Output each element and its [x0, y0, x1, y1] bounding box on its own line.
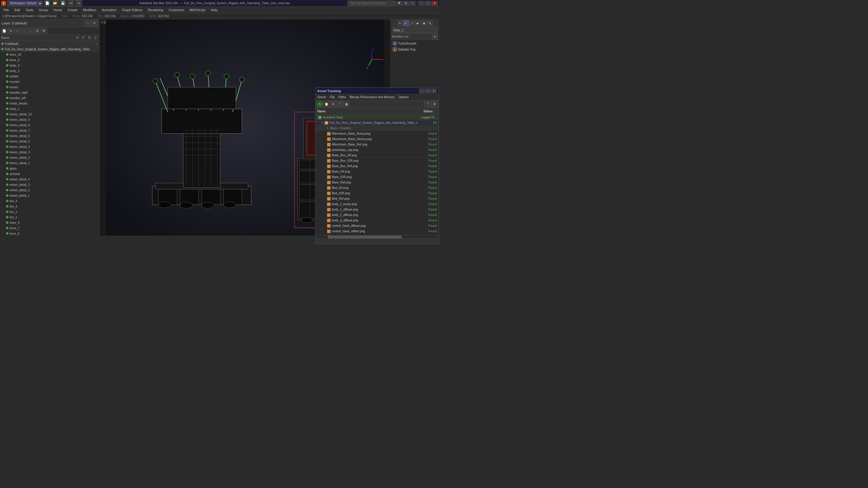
layer-item[interactable]: handles_right — [0, 90, 99, 95]
menu-help[interactable]: Help — [208, 7, 220, 13]
at-row[interactable]: body_1_bump.pngFound — [315, 201, 438, 207]
at-menu-file[interactable]: File — [329, 96, 335, 99]
layer-visibility-dot[interactable] — [6, 162, 8, 164]
menu-modifiers[interactable]: Modifiers — [81, 7, 99, 13]
layer-visibility-dot[interactable] — [6, 173, 8, 175]
at-track-btn[interactable]: 📋 — [323, 101, 330, 107]
modifier-dropdown-btn[interactable]: ▼ — [432, 34, 438, 39]
layer-visibility-dot[interactable] — [6, 194, 8, 197]
layer-visibility-dot[interactable] — [6, 91, 8, 94]
layer-item[interactable]: lever_6 — [0, 231, 99, 235]
at-row[interactable]: control_hand_reflect.pngFound — [315, 229, 438, 234]
layer-visibility-dot[interactable] — [6, 129, 8, 132]
layer-visibility-dot[interactable] — [1, 48, 4, 50]
layer-item[interactable]: body_3 — [0, 63, 99, 68]
menu-file[interactable]: File — [1, 7, 11, 13]
at-close-btn[interactable]: ✕ — [431, 89, 437, 93]
at-row[interactable]: anisotropy_cap.pngFound — [315, 147, 438, 153]
at-row[interactable]: Bed_Ref.pngFound — [315, 196, 438, 201]
at-row[interactable]: ▼ MFull_Da_Vinci_Surgical_System_Rigged_… — [315, 120, 438, 126]
quick-access-new[interactable]: 📄 — [44, 0, 51, 7]
rpanel-display-btn[interactable]: ◉ — [421, 21, 427, 26]
layer-visibility-dot[interactable] — [6, 135, 8, 137]
at-row[interactable]: ⊞Autodesk VaultLogged O... — [315, 115, 438, 120]
layer-item[interactable]: 0 (default)✓ — [0, 41, 99, 46]
at-row[interactable]: Base_Box_Dif.pngFound — [315, 153, 438, 158]
layer-item[interactable]: tire_4 — [0, 198, 99, 204]
menu-edit[interactable]: Edit — [12, 7, 23, 13]
at-maximize-btn[interactable]: □ — [425, 89, 431, 93]
layer-freeze-btn[interactable]: ❄ — [34, 28, 40, 34]
at-row[interactable]: Bed_IOR.pngFound — [315, 191, 438, 196]
layers-list[interactable]: 0 (default)✓Full_Da_Vinci_Surgical_Syste… — [0, 41, 99, 235]
layer-hide-btn[interactable]: 👁 — [41, 28, 47, 34]
modifier-item-turbosmooth[interactable]: ⊕ TurboSmooth — [392, 40, 438, 46]
menu-group[interactable]: Group — [36, 7, 50, 13]
at-row[interactable]: Bed_Dif.pngFound — [315, 185, 438, 191]
layer-visibility-dot[interactable] — [6, 221, 8, 224]
layer-visibility-dot[interactable] — [6, 189, 8, 191]
layer-item[interactable]: levers_detail_5 — [0, 138, 99, 144]
layers-close-btn[interactable]: ✕ — [91, 20, 97, 26]
menu-rendering[interactable]: Rendering — [146, 7, 166, 13]
at-row[interactable]: Base_Dif.pngFound — [315, 169, 438, 174]
layer-item[interactable]: handles_left — [0, 95, 99, 101]
at-row[interactable]: Base_Box_IOR.pngFound — [315, 158, 438, 164]
layer-visibility-dot[interactable] — [1, 42, 4, 45]
rpanel-create-btn[interactable]: ✦ — [397, 21, 403, 26]
layer-visibility-dot[interactable] — [6, 210, 8, 213]
layer-item[interactable]: levers_detail_9 — [0, 117, 99, 122]
layer-visibility-dot[interactable] — [6, 97, 8, 99]
layer-item[interactable]: glass — [0, 166, 99, 171]
at-table-btn[interactable]: ▦ — [343, 101, 349, 107]
layer-visibility-dot[interactable] — [6, 184, 8, 186]
layer-item[interactable]: wheel_detail_1 — [0, 193, 99, 198]
rpanel-hierarchy-btn[interactable]: ⬡ — [409, 21, 415, 26]
quick-access-open[interactable]: 📂 — [52, 0, 59, 7]
at-content[interactable]: ⊞Autodesk VaultLogged O...▼ MFull_Da_Vin… — [315, 115, 438, 235]
layer-visibility-dot[interactable] — [6, 64, 8, 67]
layer-new-btn[interactable]: 📄 — [1, 28, 7, 34]
layer-item[interactable]: levers_detail_3 — [0, 150, 99, 155]
search-input[interactable] — [347, 1, 396, 6]
layer-visibility-dot[interactable] — [6, 107, 8, 110]
at-row[interactable]: body_3_diffuse.pngFound — [315, 218, 438, 223]
layer-item[interactable]: armrest — [0, 171, 99, 176]
at-row[interactable]: Base_IOR.pngFound — [315, 174, 438, 180]
layer-visibility-dot[interactable] — [6, 113, 8, 116]
layer-move-up-btn[interactable]: ↑ — [21, 28, 27, 34]
layer-item[interactable]: levers_detail_6 — [0, 133, 99, 138]
layer-visibility-dot[interactable] — [6, 227, 8, 229]
at-row[interactable]: Alluminium_Base_Ref.pngFound — [315, 142, 438, 147]
layer-item[interactable]: levers_detail_1 — [0, 160, 99, 166]
rpanel-motion-btn[interactable]: ▶ — [415, 21, 421, 26]
layer-visibility-dot[interactable] — [6, 178, 8, 181]
menu-maxscript[interactable]: MAXScript — [187, 7, 208, 13]
layer-visibility-dot[interactable] — [6, 200, 8, 202]
layer-visibility-dot[interactable] — [6, 232, 8, 235]
layer-item[interactable]: tire_3 — [0, 204, 99, 209]
menu-customize[interactable]: Customize — [166, 7, 187, 13]
layer-visibility-dot[interactable] — [6, 216, 8, 218]
layer-visibility-dot[interactable] — [6, 205, 8, 207]
layer-item[interactable]: wheel_detail_3 — [0, 182, 99, 187]
quick-access-redo[interactable]: ↪ — [75, 0, 82, 7]
help-btn[interactable]: ? — [410, 1, 415, 6]
at-row[interactable]: Base_Box_Ref.pngFound — [315, 164, 438, 169]
at-merge-btn[interactable]: ⬇ — [330, 101, 336, 107]
minimize-btn[interactable]: ─ — [418, 1, 424, 6]
layer-visibility-dot[interactable] — [6, 75, 8, 77]
layer-visibility-dot[interactable] — [6, 140, 8, 142]
layer-visibility-dot[interactable] — [6, 102, 8, 104]
layer-item[interactable]: body_2 — [0, 68, 99, 73]
menu-graph-editors[interactable]: Graph Editors — [120, 7, 145, 13]
at-menu-paths[interactable]: Paths — [338, 96, 347, 99]
layer-item[interactable]: metal_details — [0, 101, 99, 106]
at-menu-bitmap[interactable]: Bitmap Performance and Memory — [349, 96, 396, 99]
layer-item[interactable]: wheel_detail_2 — [0, 187, 99, 193]
at-missing-btn[interactable]: ? — [337, 101, 343, 107]
layer-visibility-dot[interactable] — [6, 119, 8, 121]
layer-item[interactable]: lenses — [0, 84, 99, 90]
at-scrollbar[interactable] — [315, 235, 438, 238]
at-row[interactable]: Alluminium_Base_Glossy.pngFound — [315, 136, 438, 142]
